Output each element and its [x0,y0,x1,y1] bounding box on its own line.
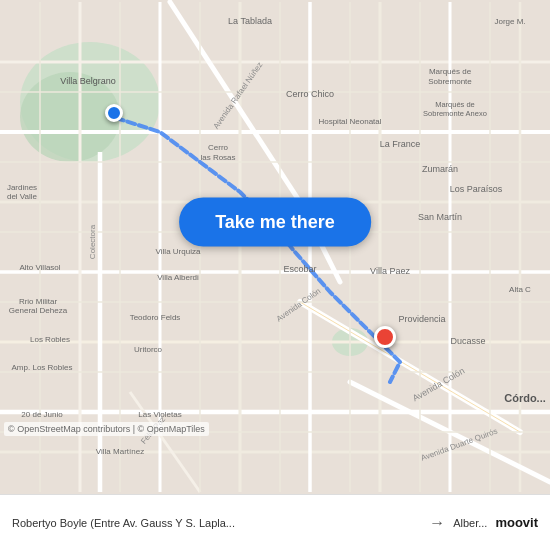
svg-text:Colectora: Colectora [88,224,97,259]
svg-text:Jardines: Jardines [7,183,37,192]
svg-text:Marqués de: Marqués de [435,100,475,109]
svg-text:San Martín: San Martín [418,212,462,222]
svg-text:Villa Paez: Villa Paez [370,266,410,276]
bottom-bar: Robertyo Boyle (Entre Av. Gauss Y S. Lap… [0,494,550,550]
svg-text:Los Robles: Los Robles [30,335,70,344]
svg-text:Teodoro Felds: Teodoro Felds [130,313,181,322]
route-info: Robertyo Boyle (Entre Av. Gauss Y S. Lap… [12,514,487,532]
svg-text:Villa Belgrano: Villa Belgrano [60,76,115,86]
route-origin-text: Robertyo Boyle (Entre Av. Gauss Y S. Lap… [12,517,421,529]
moovit-logo: moovit [495,515,538,530]
svg-text:Alta C: Alta C [509,285,531,294]
svg-text:Ducasse: Ducasse [450,336,485,346]
map-attribution: © OpenStreetMap contributors | © OpenMap… [4,422,209,436]
svg-text:las Rosas: las Rosas [200,153,235,162]
svg-text:Alto Villasol: Alto Villasol [19,263,60,272]
svg-text:General Deheza: General Deheza [9,306,68,315]
svg-text:La France: La France [380,139,421,149]
svg-text:Villa Martínez: Villa Martínez [96,447,144,456]
origin-marker [105,104,123,122]
app: La Tablada Villa Belgrano Cerro Chico Ho… [0,0,550,550]
svg-text:La Tablada: La Tablada [228,16,272,26]
svg-text:Córdo...: Córdo... [504,392,546,404]
svg-text:Los Paraísos: Los Paraísos [450,184,503,194]
route-arrow-icon: → [429,514,445,532]
svg-text:Cerro: Cerro [208,143,229,152]
svg-text:Jorge M.: Jorge M. [494,17,525,26]
svg-text:20 de Junio: 20 de Junio [21,410,63,419]
svg-text:Cerro Chico: Cerro Chico [286,89,334,99]
map-background: La Tablada Villa Belgrano Cerro Chico Ho… [0,0,550,494]
destination-marker [374,326,396,348]
take-me-there-button[interactable]: Take me there [179,198,371,247]
svg-text:Hospital Neonatal: Hospital Neonatal [318,117,381,126]
svg-text:Uritorco: Uritorco [134,345,163,354]
svg-text:Zumarán: Zumarán [422,164,458,174]
svg-text:Providencia: Providencia [398,314,445,324]
svg-text:Sobremonte Anexo: Sobremonte Anexo [423,109,487,118]
destination-marker-circle [374,326,396,348]
svg-text:Rrio Militar: Rrio Militar [19,297,58,306]
moovit-logo-text: moovit [495,515,538,530]
svg-text:Villa Urquiza: Villa Urquiza [156,247,201,256]
svg-text:del Valle: del Valle [7,192,38,201]
svg-text:Marqués de: Marqués de [429,67,472,76]
svg-text:Sobremonte: Sobremonte [428,77,472,86]
map-container: La Tablada Villa Belgrano Cerro Chico Ho… [0,0,550,494]
route-destination-text: Alber... [453,517,487,529]
svg-text:Escobar: Escobar [283,264,316,274]
svg-text:Amp. Los Robles: Amp. Los Robles [12,363,73,372]
svg-text:Villa Alberdi: Villa Alberdi [157,273,199,282]
